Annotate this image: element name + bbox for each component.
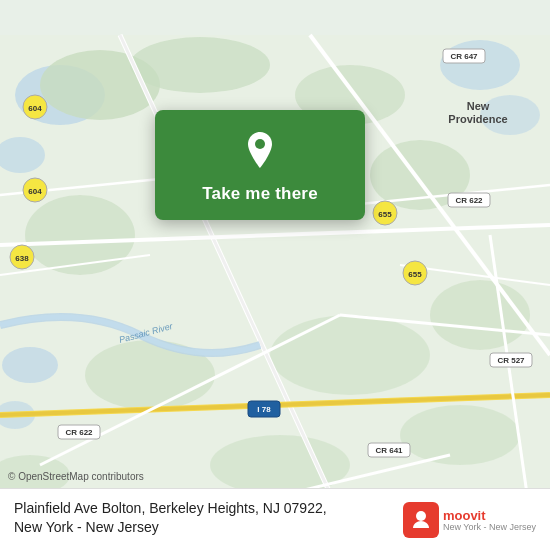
svg-text:CR 647: CR 647	[450, 52, 478, 61]
take-me-there-button[interactable]: Take me there	[202, 184, 318, 204]
svg-text:CR 641: CR 641	[375, 446, 403, 455]
map-svg: I 78 604 604 638 655	[0, 0, 550, 550]
svg-point-16	[400, 405, 520, 465]
location-pin-icon	[238, 128, 282, 172]
bottom-bar: Plainfield Ave Bolton, Berkeley Heights,…	[0, 488, 550, 550]
svg-point-14	[430, 280, 530, 350]
moovit-text-block: moovit New York - New Jersey	[443, 509, 536, 532]
moovit-sub: New York - New Jersey	[443, 523, 536, 532]
moovit-label: moovit	[443, 509, 536, 522]
svg-point-8	[130, 37, 270, 93]
svg-point-5	[2, 347, 58, 383]
svg-text:604: 604	[28, 187, 42, 196]
svg-point-61	[416, 511, 426, 521]
moovit-icon	[403, 502, 439, 538]
svg-text:638: 638	[15, 254, 29, 263]
svg-text:655: 655	[408, 270, 422, 279]
svg-text:CR 622: CR 622	[455, 196, 483, 205]
svg-point-59	[255, 139, 265, 149]
copyright-text: © OpenStreetMap contributors	[8, 471, 144, 482]
svg-text:655: 655	[378, 210, 392, 219]
svg-point-11	[25, 195, 135, 275]
svg-point-13	[270, 315, 430, 395]
moovit-logo: moovit New York - New Jersey	[403, 502, 536, 538]
map-container: I 78 604 604 638 655	[0, 0, 550, 550]
svg-text:CR 622: CR 622	[65, 428, 93, 437]
address-block: Plainfield Ave Bolton, Berkeley Heights,…	[14, 499, 403, 538]
svg-point-3	[440, 40, 520, 90]
take-me-there-card: Take me there	[155, 110, 365, 220]
svg-text:New: New	[467, 100, 490, 112]
svg-text:Providence: Providence	[448, 113, 507, 125]
address-text: Plainfield Ave Bolton, Berkeley Heights,…	[14, 499, 403, 538]
svg-text:I 78: I 78	[257, 405, 271, 414]
svg-text:CR 527: CR 527	[497, 356, 525, 365]
svg-text:604: 604	[28, 104, 42, 113]
